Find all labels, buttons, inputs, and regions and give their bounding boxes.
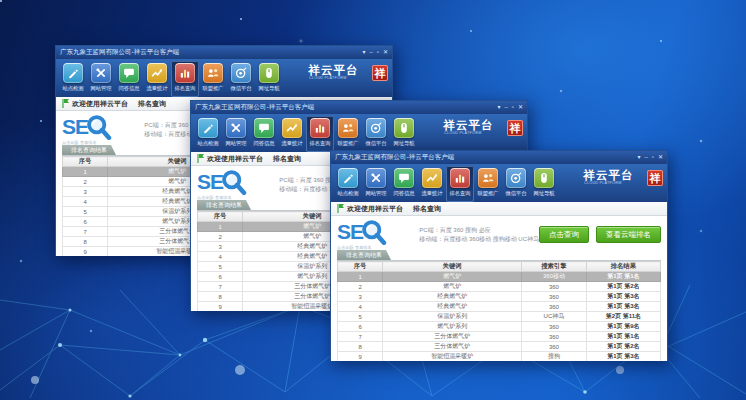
wechat-platform-icon xyxy=(366,118,386,138)
table-row[interactable]: 3经典燃气炉360第1页 第3名 xyxy=(338,292,661,302)
results-tab[interactable]: 排名查询结果 xyxy=(197,200,251,210)
toolbar-item-rank-query[interactable]: 排名查询 xyxy=(446,166,474,202)
toolbar-items: 站点检测网站管理问答信息流量统计排名查询联盟推广微信平台网址导航 xyxy=(194,116,418,152)
toolbar-item-traffic-stats[interactable]: 流量统计 xyxy=(143,61,171,97)
content-area: SE 点击刷新 查看排名 PC端：百度 360 搜狗 必应 移动端：百度移动 3… xyxy=(331,216,667,361)
minimize-button[interactable]: – xyxy=(369,49,372,56)
minimize-button[interactable]: – xyxy=(504,104,507,111)
toolbar-item-qa-info[interactable]: 问答信息 xyxy=(250,116,278,152)
magnifier-icon xyxy=(86,114,112,140)
window-title: 广东九象王监网有限公司-祥云平台客户端 xyxy=(335,153,637,162)
table-cell: 360移动 xyxy=(522,272,587,282)
maximize-button[interactable]: ▫ xyxy=(377,49,379,56)
toolbar-item-site-check[interactable]: 站点检测 xyxy=(334,166,362,202)
maximize-button[interactable]: ▫ xyxy=(512,104,514,111)
table-cell: 燃气炉 xyxy=(383,272,522,282)
brand-subtitle: CLOUD PLATFORM xyxy=(584,181,622,185)
toolbar-item-wechat-platform[interactable]: 微信平台 xyxy=(502,166,530,202)
table-cell: 搜狗 xyxy=(522,352,587,362)
toolbar-item-qa-info[interactable]: 问答信息 xyxy=(390,166,418,202)
results-tab[interactable]: 排名查询结果 xyxy=(62,145,116,155)
table-cell: 6 xyxy=(198,272,243,282)
brand-name: 祥云平台 xyxy=(444,119,505,131)
view-cloud-rank-button[interactable]: 查看云端排名 xyxy=(596,226,661,243)
magnifier-icon xyxy=(221,169,247,195)
welcome-section: 排名查询 xyxy=(138,99,166,109)
table-row[interactable]: 4经典燃气炉360第1页 第3名 xyxy=(338,302,661,312)
toolbar-item-wechat-platform[interactable]: 微信平台 xyxy=(362,116,390,152)
toolbar-item-rank-query[interactable]: 排名查询 xyxy=(171,61,199,97)
welcome-text: 欢迎使用祥云平台 xyxy=(72,99,128,109)
toolbar-item-label: 流量统计 xyxy=(146,85,167,93)
toolbar-item-site-manage[interactable]: 网站管理 xyxy=(222,116,250,152)
mobile-engines-line: 移动端：百度移动 360移动 搜狗移动 UC神马 xyxy=(419,235,539,244)
toolbar-item-label: 微信平台 xyxy=(365,140,386,148)
table-cell: 360 xyxy=(522,282,587,292)
close-button[interactable]: ✕ xyxy=(383,49,388,56)
table-cell: 9 xyxy=(338,352,383,362)
toolbar-item-rank-query[interactable]: 排名查询 xyxy=(306,116,334,152)
toolbar-item-wechat-platform[interactable]: 微信平台 xyxy=(227,61,255,97)
toolbar-item-site-nav[interactable]: 网址导航 xyxy=(390,116,418,152)
table-cell: 第1页 第1名 xyxy=(586,272,660,282)
table-cell: 4 xyxy=(63,197,108,207)
qa-info-icon xyxy=(254,118,274,138)
toolbar-item-site-check[interactable]: 站点检测 xyxy=(194,116,222,152)
table-cell: 8 xyxy=(198,292,243,302)
table-cell: 第1页 第2名 xyxy=(586,342,660,352)
table-row[interactable]: 5保温炉系列UC神马第2页 第11名 xyxy=(338,312,661,322)
toolbar-item-site-nav[interactable]: 网址导航 xyxy=(530,166,558,202)
query-button[interactable]: 点击查询 xyxy=(539,226,589,243)
table-cell: 保温炉系列 xyxy=(383,312,522,322)
brand: 祥云平台 CLOUD PLATFORM 祥 xyxy=(584,169,664,187)
column-header: 排名结果 xyxy=(586,262,660,272)
toolbar-item-site-manage[interactable]: 网站管理 xyxy=(87,61,115,97)
toolbar-item-site-check[interactable]: 站点检测 xyxy=(59,61,87,97)
skin-button[interactable]: ▾ xyxy=(637,154,640,161)
toolbar-item-union-promo[interactable]: 联盟推广 xyxy=(334,116,362,152)
toolbar-item-site-nav[interactable]: 网址导航 xyxy=(255,61,283,97)
skin-button[interactable]: ▾ xyxy=(497,104,500,111)
table-row[interactable]: 2燃气炉360第1页 第2名 xyxy=(338,282,661,292)
pc-engines-line: PC端：百度 360 搜狗 必应 xyxy=(419,226,539,235)
toolbar-item-union-promo[interactable]: 联盟推广 xyxy=(199,61,227,97)
toolbar-item-qa-info[interactable]: 问答信息 xyxy=(115,61,143,97)
minimize-button[interactable]: – xyxy=(644,154,647,161)
close-button[interactable]: ✕ xyxy=(518,104,523,111)
union-promo-icon xyxy=(338,118,358,138)
rank-query-icon xyxy=(450,168,470,188)
toolbar-items: 站点检测网站管理问答信息流量统计排名查询联盟推广微信平台网址导航 xyxy=(334,166,558,202)
table-cell: 第2页 第11名 xyxy=(586,312,660,322)
maximize-button[interactable]: ▫ xyxy=(652,154,654,161)
toolbar-item-site-manage[interactable]: 网站管理 xyxy=(362,166,390,202)
table-cell: 第1页 第3名 xyxy=(586,292,660,302)
table-cell: 7 xyxy=(63,227,108,237)
brand-seal-icon: 祥 xyxy=(507,120,523,136)
table-row[interactable]: 1燃气炉360移动第1页 第1名 xyxy=(338,272,661,282)
table-row[interactable]: 7三分体燃气炉360第1页 第1名 xyxy=(338,332,661,342)
column-header: 序号 xyxy=(338,262,383,272)
brand-seal-icon: 祥 xyxy=(647,170,663,186)
titlebar: 广东九象王监网有限公司-祥云平台客户端 ▾ – ▫ ✕ xyxy=(56,46,392,59)
table-cell: 7 xyxy=(198,282,243,292)
toolbar-item-traffic-stats[interactable]: 流量统计 xyxy=(418,166,446,202)
titlebar: 广东九象王监网有限公司-祥云平台客户端 ▾ – ▫ ✕ xyxy=(331,151,667,164)
results-tab[interactable]: 排名查询结果 xyxy=(337,250,391,260)
skin-button[interactable]: ▾ xyxy=(362,49,365,56)
table-cell: UC神马 xyxy=(522,312,587,322)
toolbar-item-label: 问答信息 xyxy=(393,190,414,198)
toolbar-item-label: 微信平台 xyxy=(230,85,251,93)
table-row[interactable]: 8三分体燃气炉360第1页 第2名 xyxy=(338,342,661,352)
site-check-icon xyxy=(198,118,218,138)
toolbar-item-label: 网站管理 xyxy=(90,85,111,93)
seo-logo-text: SE xyxy=(62,115,88,138)
close-button[interactable]: ✕ xyxy=(658,154,663,161)
toolbar-item-traffic-stats[interactable]: 流量统计 xyxy=(278,116,306,152)
toolbar-item-union-promo[interactable]: 联盟推广 xyxy=(474,166,502,202)
window-controls: ▾ – ▫ ✕ xyxy=(362,49,388,56)
site-check-icon xyxy=(338,168,358,188)
seo-panel: SE 点击刷新 查看排名 PC端：百度 360 搜狗 必应 移动端：百度移动 3… xyxy=(337,219,661,250)
table-row[interactable]: 9智能恒温采暖炉搜狗第1页 第3名 xyxy=(338,352,661,362)
table-row[interactable]: 6燃气炉系列360第1页 第9名 xyxy=(338,322,661,332)
toolbar-item-label: 站点检测 xyxy=(62,85,83,93)
